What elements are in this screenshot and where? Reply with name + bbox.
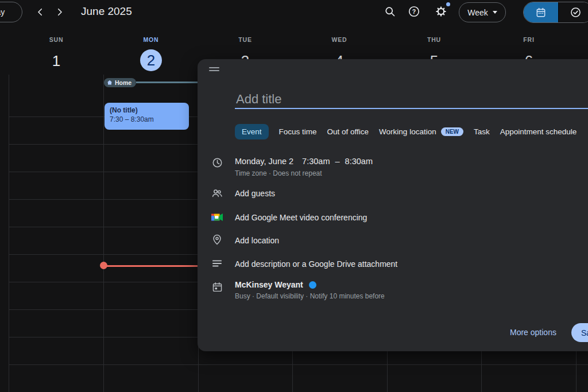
guests-icon bbox=[211, 188, 223, 199]
event-type-tabs: Event Focus time Out of office Working l… bbox=[235, 123, 577, 139]
event-datetime-row[interactable]: Monday, June 27:30am – 8:30am bbox=[235, 157, 373, 166]
search-icon bbox=[384, 6, 396, 18]
day-label-wed: WED bbox=[316, 36, 362, 43]
working-location-span-line bbox=[136, 81, 198, 83]
tab-working-location[interactable]: Working location bbox=[379, 127, 436, 136]
tab-out-of-office[interactable]: Out of office bbox=[327, 127, 369, 136]
event-title-input[interactable] bbox=[235, 91, 559, 107]
owner-calendar-details: Busy · Default visibility · Notify 10 mi… bbox=[235, 292, 385, 300]
settings-notification-dot bbox=[446, 2, 450, 6]
day-label-mon: MON bbox=[128, 36, 174, 43]
tab-task[interactable]: Task bbox=[474, 127, 490, 136]
day-number-1[interactable]: 1 bbox=[42, 51, 70, 71]
grid-line-vertical bbox=[9, 75, 9, 392]
tab-focus-time[interactable]: Focus time bbox=[279, 127, 317, 136]
working-location-label: Home bbox=[115, 79, 131, 86]
help-button[interactable]: ? bbox=[407, 5, 421, 18]
new-badge: NEW bbox=[441, 127, 463, 136]
save-button[interactable]: Save bbox=[571, 323, 588, 342]
view-selector[interactable]: Week bbox=[459, 2, 506, 22]
page-title: June 2025 bbox=[81, 5, 132, 18]
day-number-2-selected[interactable]: 2 bbox=[140, 49, 162, 71]
chevron-down-icon bbox=[493, 11, 497, 14]
chevron-left-icon bbox=[35, 7, 45, 17]
drag-handle-icon[interactable] bbox=[209, 67, 219, 73]
owner-calendar-row[interactable]: McKinsey Weyant bbox=[235, 280, 316, 289]
day-label-thu: THU bbox=[411, 36, 457, 43]
add-guests-row[interactable]: Add guests bbox=[235, 189, 275, 198]
tasks-view-toggle[interactable] bbox=[558, 2, 588, 22]
calendar-event-block[interactable]: (No title) 7:30 – 8:30am bbox=[105, 103, 189, 130]
clock-icon bbox=[211, 157, 223, 168]
previous-week-button[interactable] bbox=[33, 5, 47, 19]
home-icon bbox=[107, 80, 113, 86]
google-calendar-screen: Today June 2025 ? bbox=[0, 0, 588, 392]
calendar-color-dot bbox=[309, 281, 316, 289]
event-time: 7:30 – 8:30am bbox=[110, 115, 184, 124]
svg-text:?: ? bbox=[412, 8, 416, 15]
day-label-sun: SUN bbox=[33, 36, 79, 43]
tab-appointment-schedule[interactable]: Appointment schedule bbox=[500, 127, 577, 136]
grid-line-vertical bbox=[103, 75, 104, 392]
search-button[interactable] bbox=[383, 5, 397, 18]
event-date[interactable]: Monday, June 2 bbox=[235, 157, 293, 166]
add-meet-row[interactable]: Add Google Meet video conferencing bbox=[235, 213, 367, 222]
event-title: (No title) bbox=[110, 106, 184, 115]
settings-button[interactable] bbox=[434, 5, 448, 18]
tab-event[interactable]: Event bbox=[235, 124, 269, 139]
calendar-icon bbox=[535, 7, 547, 18]
calendar-outline-icon bbox=[211, 281, 223, 293]
add-location-row[interactable]: Add location bbox=[235, 236, 279, 245]
view-toggle bbox=[523, 2, 588, 23]
check-circle-icon bbox=[570, 6, 582, 18]
help-icon: ? bbox=[408, 5, 420, 18]
today-button[interactable]: Today bbox=[0, 2, 22, 22]
current-time-dot bbox=[100, 262, 107, 269]
day-label-tue: TUE bbox=[222, 36, 268, 43]
gear-icon bbox=[435, 5, 447, 18]
current-time-line bbox=[103, 265, 198, 267]
timezone-repeat-details: Time zone · Does not repeat bbox=[235, 169, 322, 177]
chevron-right-icon bbox=[55, 7, 65, 17]
location-pin-icon bbox=[211, 234, 223, 246]
more-options-button[interactable]: More options bbox=[510, 328, 556, 337]
title-input-underline bbox=[235, 108, 588, 109]
calendar-view-toggle[interactable] bbox=[524, 2, 558, 22]
day-label-fri: FRI bbox=[506, 36, 552, 43]
owner-name[interactable]: McKinsey Weyant bbox=[235, 280, 303, 289]
description-lines-icon bbox=[211, 258, 223, 269]
google-meet-icon bbox=[211, 211, 223, 223]
view-selector-label: Week bbox=[467, 8, 488, 17]
grid-line-hour bbox=[9, 364, 588, 365]
event-time-range[interactable]: 7:30am – 8:30am bbox=[302, 157, 373, 166]
working-location-chip[interactable]: Home bbox=[104, 78, 136, 87]
next-week-button[interactable] bbox=[53, 5, 67, 19]
event-creation-dialog: Event Focus time Out of office Working l… bbox=[198, 59, 588, 351]
add-description-row[interactable]: Add description or a Google Drive attach… bbox=[235, 259, 397, 269]
